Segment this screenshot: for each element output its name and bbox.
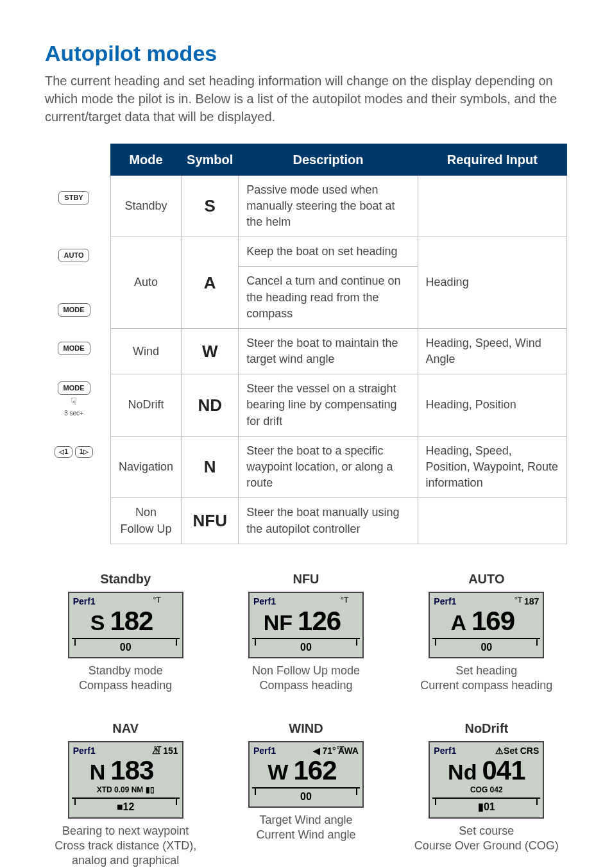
display-panel: StandbyPerf1S182°T00Standby modeCompass …: [45, 570, 206, 694]
display-panel: WINDPerf1◀ 71° AWAW162°T00Target Wind an…: [225, 719, 386, 868]
mode-name-cell: Wind: [111, 328, 182, 374]
lcd-mode-symbol: NF: [264, 612, 293, 633]
lcd-bottom: 00: [434, 639, 539, 656]
perf-label: Perf1: [253, 596, 276, 608]
lcd-bottom-value: 00: [120, 642, 132, 653]
display-title: NFU: [225, 570, 386, 588]
lcd-unit: °T: [514, 596, 522, 605]
lcd-subline: COG 042: [434, 785, 539, 796]
mode-desc-cell: Steer the boat manually using the autopi…: [239, 498, 418, 544]
lcd-main-value: 126: [298, 606, 341, 636]
lcd-subline: XTD 0.09 NM ▮▯: [73, 785, 178, 796]
nfu-keys-icon: ◁11▷: [55, 446, 92, 458]
th-symbol: Symbol: [182, 144, 239, 175]
mode-desc-cell: Steer the boat to a specific waypoint lo…: [239, 436, 418, 498]
lcd-main-value: 041: [482, 755, 525, 785]
lcd-header-right: 187: [524, 596, 539, 608]
lcd-main-value: 183: [110, 755, 153, 785]
mode-name-cell: Auto: [111, 237, 182, 329]
lcd-bottom-value: ■12: [117, 801, 134, 812]
lcd-bottom: ■12: [73, 799, 178, 815]
mode-symbol-cell: NFU: [182, 498, 239, 544]
lcd-main-value: 182: [110, 606, 153, 636]
lcd-main-value: 169: [472, 606, 514, 636]
mode-symbol-cell: S: [182, 175, 239, 237]
th-desc: Description: [239, 144, 418, 175]
displays-grid: StandbyPerf1S182°T00Standby modeCompass …: [45, 570, 567, 868]
mode-symbol-cell: ND: [182, 374, 239, 437]
display-caption: Target Wind angleCurrent Wind angle: [225, 813, 386, 843]
mode-icon: AUTO: [45, 221, 103, 291]
display-title: AUTO: [406, 570, 567, 588]
lcd-bottom: 00: [253, 789, 359, 805]
mode-name-cell: Standby: [111, 175, 182, 237]
table-row: StandbySPassive mode used when manually …: [111, 175, 567, 237]
lcd-main-row: N183°T: [73, 757, 178, 784]
lcd-mode-symbol: Nd: [448, 761, 477, 783]
lcd-bottom-value: 00: [300, 642, 312, 653]
page-title: Autopilot modes: [45, 38, 567, 69]
mode-desc-cell: Steer the vessel on a straight bearing l…: [239, 374, 418, 437]
mode-key-icon: MODE: [58, 303, 90, 317]
lcd-unit: °T: [153, 596, 160, 605]
lcd-main-row: W162°T: [253, 757, 359, 784]
mode-icon: MODE: [45, 330, 103, 368]
mode-req-cell: Heading, Position: [418, 374, 566, 437]
perf-label: Perf1: [73, 745, 96, 758]
display-caption: Standby modeCompass heading: [45, 664, 206, 694]
display-panel: NAVPerf1⚠ 151N183°TXTD 0.09 NM ▮▯■12Bear…: [45, 719, 206, 868]
display-caption: Bearing to next waypointCross track dist…: [45, 824, 206, 868]
display-panel: AUTOPerf1187A169°T00Set headingCurrent c…: [406, 570, 567, 694]
th-req: Required Input: [418, 144, 566, 175]
lcd-unit: °T: [341, 596, 348, 605]
lcd-main-row: Nd041: [434, 757, 539, 784]
th-mode: Mode: [111, 144, 182, 175]
mode-desc-cell: Steer the boat to maintain the target wi…: [239, 328, 418, 374]
table-row: NonFollow UpNFUSteer the boat manually u…: [111, 498, 567, 544]
perf-label: Perf1: [434, 745, 456, 758]
perf-label: Perf1: [73, 596, 96, 608]
perf-label: Perf1: [434, 596, 456, 608]
mode-symbol-cell: W: [182, 328, 239, 374]
display-title: WIND: [225, 719, 386, 737]
mode-key-icon: MODE: [58, 342, 90, 355]
modes-section: STBYAUTOMODEMODEMODE☟3 sec+◁11▷ Mode Sym…: [45, 144, 567, 544]
lcd-screen: Perf1NF126°T00: [248, 592, 364, 658]
mode-symbol-cell: N: [182, 436, 239, 498]
lcd-main-value: 162: [293, 755, 336, 785]
mode-icon: STBY: [45, 176, 103, 221]
stby-key-icon: STBY: [58, 191, 89, 204]
modes-tbody: StandbySPassive mode used when manually …: [111, 175, 567, 544]
display-title: NAV: [45, 719, 206, 737]
mode-name-cell: Navigation: [111, 436, 182, 498]
perf-label: Perf1: [253, 745, 276, 758]
display-caption: Set courseCourse Over Ground (COG): [406, 824, 567, 854]
table-row: WindWSteer the boat to maintain the targ…: [111, 328, 567, 374]
lcd-bottom: ▮01: [434, 799, 539, 815]
lcd-bottom: 00: [253, 639, 359, 656]
mode-longpress-icon: MODE☟3 sec+: [58, 381, 90, 419]
lcd-main-row: A169°T: [434, 608, 539, 635]
lcd-unit: °T: [153, 745, 161, 754]
lcd-main-row: S182°T: [73, 608, 178, 635]
mode-symbol-cell: A: [182, 237, 239, 329]
mode-name-cell: NonFollow Up: [111, 498, 182, 544]
mode-req-cell: [418, 498, 566, 544]
mode-name-cell: NoDrift: [111, 374, 182, 437]
display-caption: Set headingCurrent compass heading: [406, 664, 567, 694]
lcd-screen: Perf1S182°T00: [68, 592, 183, 658]
lcd-bottom-value: ▮01: [478, 801, 495, 812]
table-row: NoDriftNDSteer the vessel on a straight …: [111, 374, 567, 437]
lcd-bottom-value: 00: [300, 791, 312, 802]
lcd-screen: Perf1⚠Set CRSNd041COG 042▮01: [429, 741, 544, 819]
lcd-mode-symbol: N: [90, 761, 106, 783]
table-row: NavigationNSteer the boat to a specific …: [111, 436, 567, 498]
mode-desc-cell: Cancel a turn and continue on the headin…: [239, 267, 418, 329]
display-title: Standby: [45, 570, 206, 588]
display-panel: NoDriftPerf1⚠Set CRSNd041COG 042▮01Set c…: [406, 719, 567, 868]
lcd-main-row: NF126°T: [253, 608, 359, 635]
lcd-unit: °T: [337, 745, 344, 754]
lcd-screen: Perf1187A169°T00: [429, 592, 544, 658]
mode-desc-cell: Passive mode used when manually steering…: [239, 175, 418, 237]
display-panel: NFUPerf1NF126°T00Non Follow Up modeCompa…: [225, 570, 386, 694]
